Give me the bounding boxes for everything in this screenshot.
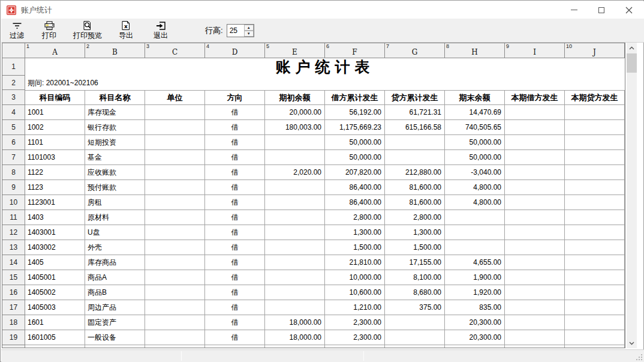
cell[interactable] — [265, 150, 325, 165]
cell[interactable]: 借 — [205, 270, 265, 285]
cell[interactable]: 615,166.58 — [385, 120, 445, 135]
cell[interactable]: 81,600.00 — [385, 195, 445, 210]
column-header-I[interactable]: 9I — [505, 43, 565, 58]
cell[interactable]: 18,000.00 — [265, 330, 325, 345]
row-height-spinner[interactable]: 25 ▲ ▼ — [227, 24, 254, 37]
cell[interactable] — [385, 135, 445, 150]
cell[interactable] — [565, 270, 625, 285]
header-cell[interactable]: 借方累计发生 — [325, 90, 385, 105]
cell[interactable]: 4,800.00 — [445, 180, 505, 195]
cell[interactable]: 外壳 — [85, 240, 145, 255]
cell[interactable]: 50,000.00 — [325, 150, 385, 165]
cell[interactable] — [145, 105, 205, 120]
exit-button[interactable]: 退出 — [150, 19, 171, 42]
cell[interactable]: 17,155.00 — [385, 255, 445, 270]
cell[interactable] — [505, 120, 565, 135]
row-number[interactable]: 10 — [2, 195, 25, 210]
cell[interactable] — [145, 180, 205, 195]
cell[interactable] — [145, 165, 205, 180]
cell[interactable] — [145, 255, 205, 270]
cell[interactable] — [145, 195, 205, 210]
cell[interactable]: 借 — [205, 330, 265, 345]
row-number[interactable]: 6 — [2, 135, 25, 150]
cell[interactable]: 180,003.00 — [265, 120, 325, 135]
row-number[interactable]: 3 — [2, 90, 25, 105]
cell[interactable] — [565, 345, 625, 348]
cell[interactable]: 50,000.00 — [445, 150, 505, 165]
cell[interactable]: 1101 — [25, 135, 85, 150]
cell[interactable] — [145, 330, 205, 345]
cell[interactable] — [385, 345, 445, 348]
cell[interactable]: 借 — [205, 165, 265, 180]
row-number[interactable]: 15 — [2, 270, 25, 285]
cell[interactable]: 375.00 — [385, 300, 445, 315]
header-cell[interactable]: 本期贷方发生 — [565, 90, 625, 105]
cell[interactable] — [145, 285, 205, 300]
cell[interactable]: 1,500.00 — [325, 240, 385, 255]
cell[interactable] — [385, 330, 445, 345]
cell[interactable]: 2,300.00 — [325, 330, 385, 345]
cell[interactable]: 20,000.00 — [265, 105, 325, 120]
cell[interactable]: 1,900.00 — [445, 270, 505, 285]
cell[interactable] — [265, 285, 325, 300]
cell[interactable]: 借 — [205, 255, 265, 270]
cell[interactable]: 20,300.00 — [445, 315, 505, 330]
cell[interactable]: 1,175,669.23 — [325, 120, 385, 135]
header-cell[interactable]: 方向 — [205, 90, 265, 105]
scroll-up-button[interactable] — [627, 43, 637, 53]
cell[interactable]: 1405001 — [25, 270, 85, 285]
row-number[interactable]: 13 — [2, 240, 25, 255]
cell[interactable] — [265, 240, 325, 255]
cell[interactable]: 1405 — [25, 255, 85, 270]
cell[interactable]: 61,721.31 — [385, 105, 445, 120]
cell[interactable]: 50,000.00 — [445, 135, 505, 150]
cell[interactable] — [265, 195, 325, 210]
row-number[interactable]: 8 — [2, 165, 25, 180]
cell[interactable]: 1405002 — [25, 285, 85, 300]
vertical-scrollbar[interactable] — [627, 43, 637, 348]
cell[interactable]: 库存商品 — [85, 255, 145, 270]
cell[interactable] — [145, 150, 205, 165]
cell[interactable] — [565, 105, 625, 120]
spin-up-button[interactable]: ▲ — [244, 25, 254, 31]
cell[interactable] — [565, 315, 625, 330]
cell[interactable]: 1405003 — [25, 300, 85, 315]
header-cell[interactable]: 单位 — [145, 90, 205, 105]
cell[interactable]: 1,300.00 — [385, 225, 445, 240]
cell[interactable]: 1123001 — [25, 195, 85, 210]
cell[interactable] — [145, 225, 205, 240]
row-number[interactable]: 19 — [2, 330, 25, 345]
cell[interactable]: 18,000.00 — [265, 315, 325, 330]
cell[interactable] — [445, 240, 505, 255]
cell[interactable]: 2,800.00 — [325, 210, 385, 225]
row-number[interactable]: 4 — [2, 105, 25, 120]
row-number[interactable]: 16 — [2, 285, 25, 300]
cell[interactable]: 借 — [205, 180, 265, 195]
cell[interactable]: 740,505.65 — [445, 120, 505, 135]
cell[interactable] — [565, 255, 625, 270]
cell[interactable]: -3,040.00 — [445, 165, 505, 180]
spin-down-button[interactable]: ▼ — [244, 31, 254, 37]
cell[interactable] — [505, 300, 565, 315]
cell[interactable]: 借 — [205, 135, 265, 150]
cell[interactable]: 短期投资 — [85, 135, 145, 150]
cell[interactable] — [565, 195, 625, 210]
cell[interactable] — [565, 150, 625, 165]
minimize-button[interactable] — [560, 1, 588, 19]
cell[interactable]: 基金 — [85, 150, 145, 165]
cell[interactable] — [565, 120, 625, 135]
cell[interactable] — [265, 210, 325, 225]
cell[interactable]: 1101003 — [25, 150, 85, 165]
cell[interactable] — [25, 345, 85, 348]
cell[interactable]: 银行存款 — [85, 120, 145, 135]
cell[interactable] — [565, 180, 625, 195]
cell[interactable] — [505, 345, 565, 348]
print-button[interactable]: 打印 — [38, 19, 60, 42]
header-cell[interactable]: 科目名称 — [85, 90, 145, 105]
cell[interactable]: 1002 — [25, 120, 85, 135]
cell[interactable] — [505, 285, 565, 300]
column-header-D[interactable]: 4D — [205, 43, 265, 58]
cell[interactable]: 212,880.00 — [385, 165, 445, 180]
cell[interactable] — [565, 210, 625, 225]
cell[interactable] — [145, 345, 205, 348]
